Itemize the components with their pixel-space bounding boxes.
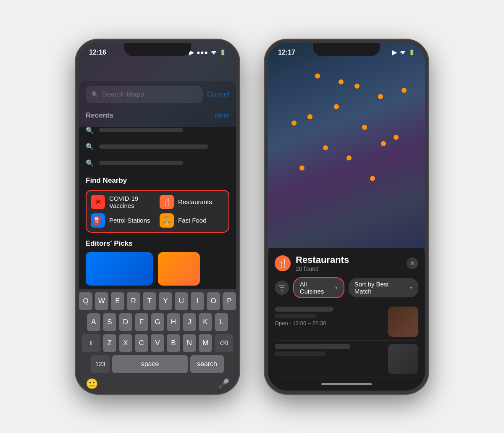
close-results-button[interactable]: ✕ [407,257,418,269]
key-f[interactable]: F [135,313,148,331]
key-s[interactable]: S [103,313,116,331]
card-info-1: Open · 12:00 – 22:30 [275,307,383,337]
key-w[interactable]: W [95,292,108,310]
restaurant-card-2[interactable] [275,341,418,378]
editors-picks-section: Editors' Picks [79,236,236,289]
map-pins [268,43,425,248]
search-overlay: 🔍 Search Maps Cancel Recents More 🔍 🔍 [79,81,236,391]
search-key[interactable]: search [190,355,224,373]
battery-icon: 🔋 [220,50,226,55]
card-name-2 [275,344,350,349]
keyboard-bottom-row: 🙂 🎤 [81,376,234,391]
keyboard-row-1: Q W E R T Y U I O P [81,292,234,310]
emoji-key[interactable]: 🙂 [86,378,98,390]
petrol-icon: ⛽ [91,213,105,228]
nearby-item-petrol[interactable]: ⛽ Petrol Stations [91,213,155,228]
recent-text-1 [99,128,183,132]
map-pin-3 [378,94,383,99]
keyboard-row-4: 123 space search [81,355,234,373]
pick-card-1[interactable] [86,252,153,286]
key-k[interactable]: K [199,313,212,331]
key-i[interactable]: I [191,292,204,310]
map-pin-14 [339,79,344,84]
sort-filter-chip[interactable]: Sort by Best Match ▾ [349,278,418,297]
covid-label: COVID-19 Vaccines [109,195,155,209]
key-b[interactable]: B [167,334,180,352]
location-icon-2: ▶ [392,49,397,56]
recent-item-3[interactable]: 🔍 [79,155,236,171]
time-display-1: 12:16 [89,49,106,56]
key-v[interactable]: V [151,334,164,352]
results-count: 20 found [296,265,402,272]
key-m[interactable]: M [199,334,212,352]
restaurant-card-1[interactable]: Open · 12:00 – 22:30 [275,303,418,341]
key-d[interactable]: D [119,313,132,331]
results-header: 🍴 Restaurants 20 found ✕ [275,255,418,272]
key-g[interactable]: G [151,313,164,331]
pick-card-2[interactable] [158,252,200,286]
covid-icon: ✳ [91,195,105,209]
recent-text-2 [99,144,208,149]
key-j[interactable]: J [183,313,196,331]
shift-key[interactable]: ⇧ [82,334,100,352]
numbers-key[interactable]: 123 [91,355,110,373]
status-icons-2: ▶ 🔋 [392,49,415,56]
key-x[interactable]: X [119,334,132,352]
map-pin-9 [346,155,352,160]
keyboard-row-3: ⇧ Z X C V B N M ⌫ [81,334,234,352]
recent-item-2[interactable]: 🔍 [79,139,236,155]
key-h[interactable]: H [167,313,180,331]
card-image-1 [388,307,418,337]
map-pin-7 [394,135,399,140]
find-nearby-section: Find Nearby ✳ COVID-19 Vaccines 🍴 Restau… [79,171,236,236]
wifi-icon-2 [399,49,406,56]
key-a[interactable]: A [87,313,100,331]
map-pin-5 [307,114,312,119]
nearby-item-covid[interactable]: ✳ COVID-19 Vaccines [91,195,155,209]
map-pin-4 [334,104,339,109]
phone-1-frame: 12:16 ▶ ●●● 🔋 🔍 Search Maps [76,39,239,394]
recent-text-3 [99,161,183,165]
nearby-item-restaurants[interactable]: 🍴 Restaurants [160,195,224,209]
key-p[interactable]: P [223,292,236,310]
filter-icon-button[interactable] [275,281,289,295]
fastfood-label: Fast Food [178,217,207,224]
key-z[interactable]: Z [103,334,116,352]
sort-chevron-icon: ▾ [410,285,412,291]
key-q[interactable]: Q [79,292,92,310]
card-meta-1 [275,314,317,318]
map-view[interactable] [268,43,425,248]
cuisine-filter-label: All Cuisines [300,281,333,295]
space-key[interactable]: space [112,355,188,373]
recent-search-icon-1: 🔍 [86,126,94,134]
nearby-item-fastfood[interactable]: 🍔 Fast Food [160,213,224,228]
cuisine-chevron-icon: ▾ [335,285,338,291]
key-y[interactable]: Y [159,292,172,310]
key-n[interactable]: N [183,334,196,352]
key-e[interactable]: E [111,292,124,310]
backspace-key[interactable]: ⌫ [215,334,233,352]
map-pin-15 [381,141,386,146]
results-title: Restaurants [296,255,402,265]
status-bar-1: 12:16 ▶ ●●● 🔋 [79,43,236,58]
map-pin-10 [402,88,407,93]
key-c[interactable]: C [135,334,148,352]
notch-2 [313,43,380,56]
mic-key[interactable]: 🎤 [218,378,229,389]
key-u[interactable]: U [175,292,188,310]
home-indicator-2 [321,383,372,385]
filter-row: All Cuisines ▾ Sort by Best Match ▾ [275,277,418,298]
time-display-2: 12:17 [278,49,295,56]
key-l[interactable]: L [215,313,228,331]
key-r[interactable]: R [127,292,140,310]
key-t[interactable]: T [143,292,156,310]
open-hours-1: Open · 12:00 – 22:30 [275,320,383,326]
cuisine-filter-chip[interactable]: All Cuisines ▾ [293,277,344,298]
signal-icon: ●●● [197,49,208,56]
notch-1 [124,43,191,56]
card-image-2 [388,344,418,374]
battery-icon-2: 🔋 [409,50,415,55]
key-o[interactable]: O [207,292,220,310]
recent-search-icon-3: 🔍 [86,159,94,167]
fastfood-icon: 🍔 [160,213,174,228]
